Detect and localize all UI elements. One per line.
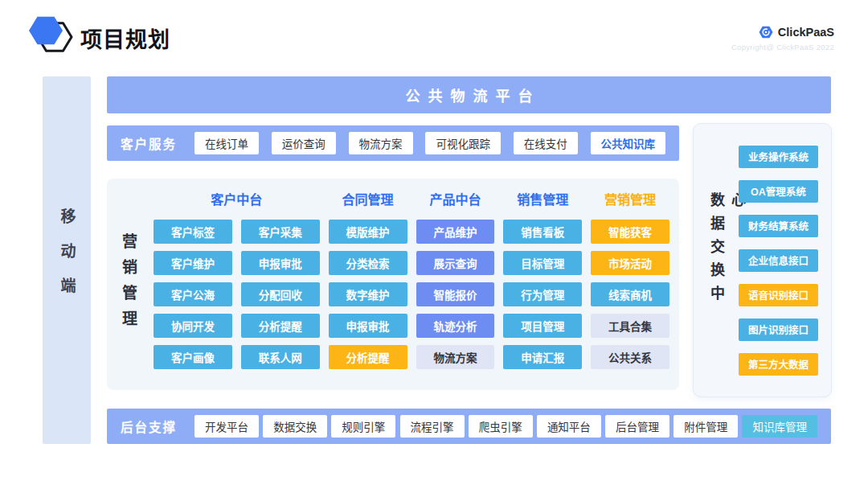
- hexagon-logo-icon: [29, 14, 74, 56]
- backend-support-chip[interactable]: 数据交换: [263, 415, 327, 438]
- module-cell[interactable]: 联系人网: [241, 345, 320, 369]
- column-header: 合同管理: [329, 185, 407, 212]
- customer-service-chip[interactable]: 在线订单: [194, 132, 259, 154]
- module-cell[interactable]: 项目管理: [503, 314, 582, 338]
- page-title: 项目规划: [80, 23, 170, 54]
- column-header: 营销管理: [591, 185, 669, 212]
- data-exchange-item[interactable]: 图片识别接口: [739, 318, 818, 341]
- data-exchange-item[interactable]: 企业信息接口: [739, 249, 818, 272]
- module-cell[interactable]: 客户标签: [154, 220, 232, 244]
- module-cell[interactable]: 物流方案: [416, 345, 495, 369]
- customer-service-label: 客户服务: [121, 134, 177, 152]
- brand-name: ClickPaaS: [778, 26, 834, 39]
- module-cell[interactable]: 客户维护: [154, 251, 232, 275]
- module-cell[interactable]: 智能报价: [416, 282, 495, 306]
- data-exchange-item[interactable]: 财务结算系统: [739, 215, 818, 237]
- backend-support-chip[interactable]: 开发平台: [194, 415, 259, 438]
- data-exchange-item[interactable]: 第三方大数据: [739, 353, 818, 376]
- project-planning-page: 项目规划 ClickPaaS Copyright@ ClickPaaS 2022…: [0, 0, 868, 489]
- module-cell[interactable]: 产品维护: [416, 220, 495, 244]
- module-cell[interactable]: 协同开发: [154, 314, 232, 338]
- customer-service-chip[interactable]: 在线支付: [514, 132, 578, 154]
- module-cell[interactable]: 分配回收: [241, 282, 320, 306]
- backend-support-chip[interactable]: 流程引擎: [400, 415, 465, 438]
- module-cell[interactable]: 分类检索: [329, 251, 407, 275]
- module-cell[interactable]: 客户采集: [241, 220, 320, 244]
- mobile-side-bar: 移动端: [43, 76, 91, 444]
- backend-support-chip[interactable]: 知识库管理: [742, 415, 817, 438]
- module-cell[interactable]: 工具合集: [591, 314, 669, 338]
- customer-service-chip[interactable]: 可视化跟踪: [425, 132, 501, 154]
- backend-support-items: 开发平台 数据交换 规则引擎 流程引擎 爬虫引擎 通知平台 后台管理 附件管理 …: [194, 415, 817, 438]
- backend-support-chip[interactable]: 爬虫引擎: [469, 415, 533, 438]
- module-cell[interactable]: 销售看板: [503, 220, 582, 244]
- module-cell[interactable]: 模版维护: [329, 220, 407, 244]
- platform-banner: 公共物流平台: [107, 76, 831, 113]
- data-exchange-items: 业务操作系统 OA管理系统 财务结算系统 企业信息接口 语音识别接口 图片识别接…: [739, 124, 818, 397]
- customer-service-bar: 客户服务 在线订单 运价查询 物流方案 可视化跟踪 在线支付 公共知识库: [107, 125, 679, 161]
- brand-block: ClickPaaS Copyright@ ClickPaaS 2022: [731, 24, 834, 51]
- module-cell[interactable]: 智能获客: [591, 220, 669, 244]
- module-cell[interactable]: 分析提醒: [329, 345, 407, 369]
- module-cell[interactable]: 公共关系: [591, 345, 669, 369]
- copyright-text: Copyright@ ClickPaaS 2022: [731, 43, 834, 51]
- column-header: 客户中台: [154, 185, 320, 212]
- module-cell[interactable]: 客户公海: [154, 282, 232, 306]
- module-cell[interactable]: 轨迹分析: [416, 314, 495, 338]
- module-cell[interactable]: 申请汇报: [503, 345, 582, 369]
- module-cell[interactable]: 分析提醒: [241, 314, 320, 338]
- module-cell[interactable]: 数字维护: [329, 282, 407, 306]
- module-cell[interactable]: 申报审批: [241, 251, 320, 275]
- module-cell[interactable]: 线索商机: [591, 282, 669, 306]
- marketing-grid: 客户中台 合同管理 产品中台 销售管理 营销管理 客户标签 客户采集 模版维护: [154, 185, 669, 380]
- module-cell[interactable]: 行为管理: [503, 282, 582, 306]
- customer-service-items: 在线订单 运价查询 物流方案 可视化跟踪 在线支付 公共知识库: [194, 132, 665, 154]
- module-cell[interactable]: 客户画像: [154, 345, 232, 369]
- backend-support-chip[interactable]: 规则引擎: [331, 415, 395, 438]
- module-cell[interactable]: 目标管理: [503, 251, 582, 275]
- clickpaas-logo-icon: [758, 24, 774, 40]
- marketing-side-label: 营销管理: [117, 233, 139, 336]
- module-cell[interactable]: 市场活动: [591, 251, 669, 275]
- column-header: 产品中台: [416, 185, 495, 212]
- customer-service-chip[interactable]: 运价查询: [272, 132, 336, 154]
- data-exchange-item[interactable]: 语音识别接口: [739, 284, 818, 306]
- column-header: 销售管理: [503, 185, 582, 212]
- backend-support-label: 后台支撑: [121, 417, 177, 435]
- backend-support-chip[interactable]: 附件管理: [674, 415, 738, 438]
- backend-support-bar: 后台支撑 开发平台 数据交换 规则引擎 流程引擎 爬虫引擎 通知平台 后台管理 …: [107, 409, 831, 444]
- customer-service-chip[interactable]: 物流方案: [349, 132, 413, 154]
- backend-support-chip[interactable]: 通知平台: [537, 415, 601, 438]
- customer-service-chip[interactable]: 公共知识库: [591, 132, 666, 154]
- module-cell[interactable]: 申报审批: [329, 314, 407, 338]
- module-cell[interactable]: 展示查询: [416, 251, 495, 275]
- data-exchange-panel: 数据交换中心 业务操作系统 OA管理系统 财务结算系统 企业信息接口 语音识别接…: [693, 123, 832, 397]
- data-exchange-item[interactable]: 业务操作系统: [739, 146, 818, 168]
- data-exchange-item[interactable]: OA管理系统: [739, 180, 818, 203]
- backend-support-chip[interactable]: 后台管理: [605, 415, 669, 438]
- marketing-panel: 营销管理 客户中台 合同管理 产品中台 销售管理 营销管理 客户标签: [107, 179, 679, 390]
